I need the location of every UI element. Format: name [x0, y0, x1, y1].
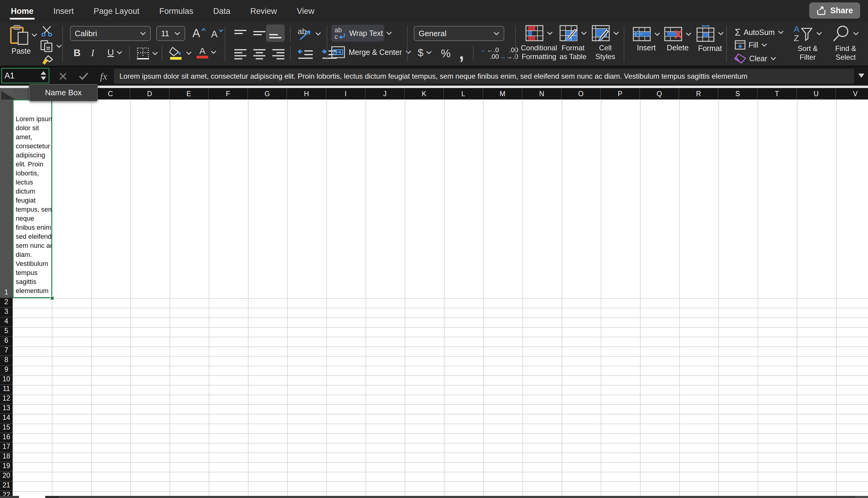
tab-home[interactable]: Home: [10, 2, 34, 20]
chevron-down-icon[interactable]: [853, 32, 859, 36]
align-top-button[interactable]: [234, 29, 247, 38]
column-header-H[interactable]: H: [287, 88, 326, 100]
chevron-down-icon[interactable]: [315, 32, 321, 36]
formula-input[interactable]: Lorem ipsum dolor sit amet, consectetur …: [114, 69, 854, 84]
column-header-E[interactable]: E: [169, 88, 209, 100]
horizontal-scrollbar[interactable]: [0, 496, 868, 498]
font-size-select[interactable]: 11: [156, 26, 185, 41]
insert-function-icon[interactable]: fx: [100, 71, 107, 82]
row-header-2[interactable]: 2: [0, 298, 13, 308]
selected-cell-a1[interactable]: Lorem ipsumdolor sitamet,consecteturadip…: [13, 100, 52, 298]
row-header-4[interactable]: 4: [0, 317, 13, 327]
row-header-3[interactable]: 3: [0, 308, 13, 317]
chevron-down-icon[interactable]: [386, 31, 392, 35]
share-button[interactable]: Share: [809, 2, 860, 19]
row-header-7[interactable]: 7: [0, 346, 13, 356]
percent-button[interactable]: %: [441, 47, 451, 60]
row-header-14[interactable]: 14: [0, 414, 13, 423]
name-box-spinner[interactable]: [41, 71, 46, 80]
underline-button[interactable]: U: [107, 47, 122, 57]
clear-button[interactable]: Clear: [734, 53, 776, 64]
column-header-K[interactable]: K: [405, 88, 444, 100]
cell-styles-button[interactable]: Cell Styles: [589, 25, 622, 64]
sheet-grid[interactable]: Lorem ipsumdolor sitamet,consecteturadip…: [13, 100, 868, 496]
orientation-button[interactable]: ab: [297, 27, 321, 41]
font-name-select[interactable]: Calibri: [70, 26, 151, 41]
column-header-O[interactable]: O: [561, 88, 601, 100]
column-header-P[interactable]: P: [601, 88, 640, 100]
chevron-down-icon[interactable]: [186, 51, 192, 55]
tab-data[interactable]: Data: [212, 2, 231, 20]
row-header-11[interactable]: 11: [0, 385, 13, 395]
row-header-22[interactable]: 22: [0, 491, 13, 496]
wrap-text-button[interactable]: abc Wrap Text: [331, 25, 384, 42]
row-header-13[interactable]: 13: [0, 404, 13, 414]
align-right-button[interactable]: [272, 49, 285, 60]
chevron-down-icon[interactable]: [761, 43, 767, 47]
italic-button[interactable]: I: [91, 47, 94, 58]
chevron-down-icon[interactable]: [116, 51, 122, 55]
column-header-J[interactable]: J: [365, 88, 405, 100]
decrease-indent-button[interactable]: [297, 49, 313, 60]
column-header-U[interactable]: U: [797, 88, 836, 100]
shrink-font-button[interactable]: A: [211, 29, 223, 40]
increase-decimal-button[interactable]: ←←.0 .00: [480, 47, 499, 60]
row-header-9[interactable]: 9: [0, 366, 13, 375]
autosum-button[interactable]: Σ AutoSum: [735, 27, 784, 38]
tab-review[interactable]: Review: [250, 2, 278, 20]
align-center-button[interactable]: [253, 49, 266, 60]
column-header-D[interactable]: D: [130, 88, 169, 100]
fill-color-button[interactable]: [168, 46, 192, 60]
sort-filter-button[interactable]: A Z Sort & Filter: [790, 25, 826, 64]
column-header-I[interactable]: I: [326, 88, 365, 100]
chevron-down-icon[interactable]: [613, 31, 619, 35]
column-header-T[interactable]: T: [757, 88, 797, 100]
format-cells-button[interactable]: Format: [692, 25, 727, 64]
tab-view[interactable]: View: [296, 2, 315, 20]
chevron-down-icon[interactable]: [210, 50, 217, 54]
chevron-down-icon[interactable]: [778, 30, 784, 34]
spinner-down-icon[interactable]: [41, 77, 46, 80]
delete-cells-button[interactable]: Delete: [661, 25, 694, 64]
chevron-down-icon[interactable]: [816, 32, 822, 36]
chevron-down-icon[interactable]: [581, 31, 587, 35]
paste-button[interactable]: [9, 25, 37, 45]
column-header-R[interactable]: R: [679, 88, 718, 100]
cut-button[interactable]: [40, 26, 53, 37]
row-header-18[interactable]: 18: [0, 453, 13, 462]
column-header-G[interactable]: G: [248, 88, 287, 100]
row-header-1[interactable]: 1: [0, 100, 13, 298]
chevron-down-icon[interactable]: [686, 32, 691, 36]
align-middle-button[interactable]: [253, 28, 266, 39]
cancel-icon[interactable]: [59, 73, 67, 80]
column-header-S[interactable]: S: [718, 88, 757, 100]
currency-button[interactable]: $: [418, 47, 432, 58]
column-header-Q[interactable]: Q: [640, 88, 679, 100]
chevron-down-icon[interactable]: [654, 32, 660, 36]
number-format-select[interactable]: General: [414, 26, 504, 41]
chevron-down-icon[interactable]: [547, 31, 553, 35]
find-select-button[interactable]: Find & Select: [828, 25, 863, 64]
chevron-down-icon[interactable]: [405, 50, 411, 54]
expand-formula-bar-icon[interactable]: [858, 74, 864, 78]
insert-cells-button[interactable]: Insert: [630, 25, 663, 64]
row-header-20[interactable]: 20: [0, 472, 13, 482]
chevron-down-icon[interactable]: [31, 33, 37, 37]
column-header-F[interactable]: F: [209, 88, 248, 100]
chevron-down-icon[interactable]: [718, 32, 724, 36]
chevron-down-icon[interactable]: [152, 52, 158, 55]
chevron-down-icon[interactable]: [56, 44, 62, 48]
scrollbar-thumb[interactable]: [45, 496, 59, 498]
row-header-19[interactable]: 19: [0, 462, 13, 472]
row-header-10[interactable]: 10: [0, 375, 13, 385]
format-as-table-button[interactable]: Format as Table: [554, 25, 592, 64]
row-header-8[interactable]: 8: [0, 356, 13, 366]
column-header-N[interactable]: N: [522, 88, 561, 100]
tab-insert[interactable]: Insert: [53, 2, 75, 20]
borders-button[interactable]: [136, 47, 158, 60]
row-header-16[interactable]: 16: [0, 433, 13, 443]
align-bottom-button[interactable]: [266, 24, 285, 42]
column-header-V[interactable]: V: [836, 88, 868, 100]
column-header-M[interactable]: M: [483, 88, 522, 100]
chevron-down-icon[interactable]: [426, 51, 432, 55]
